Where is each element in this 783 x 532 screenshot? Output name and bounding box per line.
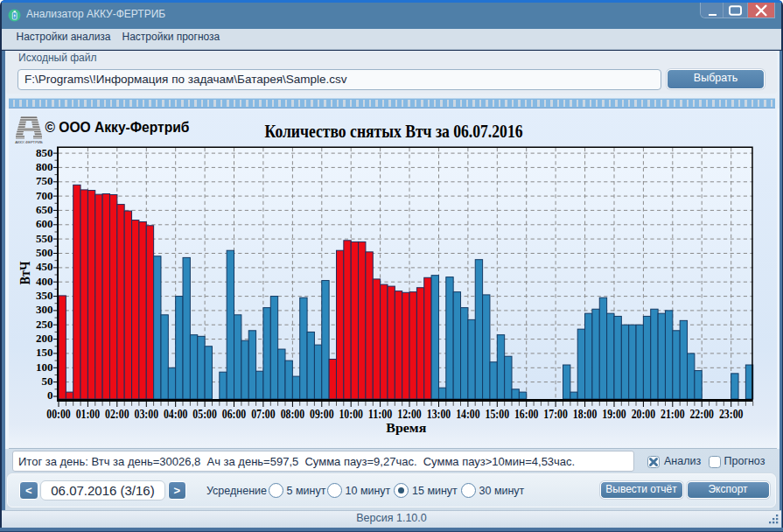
svg-text:03:00: 03:00 (135, 408, 159, 421)
svg-text:450: 450 (36, 260, 53, 273)
svg-text:АККУ-ФЕРТРИБ: АККУ-ФЕРТРИБ (15, 140, 43, 144)
svg-text:12:00: 12:00 (397, 408, 422, 421)
svg-text:14:00: 14:00 (456, 408, 480, 421)
svg-text:50: 50 (42, 374, 53, 388)
svg-text:08:00: 08:00 (281, 408, 305, 421)
svg-text:19:00: 19:00 (602, 408, 626, 421)
svg-text:200: 200 (36, 332, 53, 345)
svg-text:600: 600 (36, 217, 53, 230)
svg-text:750: 750 (36, 174, 53, 187)
svg-text:700: 700 (36, 189, 53, 202)
svg-text:250: 250 (36, 318, 53, 331)
svg-text:Количество снятых Втч за 06.07: Количество снятых Втч за 06.07.2016 (265, 120, 523, 142)
svg-text:04:00: 04:00 (164, 408, 188, 421)
svg-text:850: 850 (36, 146, 53, 159)
svg-text:800: 800 (36, 160, 53, 173)
svg-text:550: 550 (36, 232, 53, 245)
svg-text:150: 150 (36, 346, 53, 359)
svg-text:10:00: 10:00 (339, 408, 363, 421)
svg-text:13:00: 13:00 (427, 408, 451, 421)
svg-text:17:00: 17:00 (543, 408, 568, 421)
svg-text:350: 350 (36, 289, 53, 302)
svg-text:11:00: 11:00 (368, 408, 393, 421)
svg-text:© ООО Акку-Фертриб: © ООО Акку-Фертриб (45, 119, 190, 136)
svg-text:16:00: 16:00 (514, 408, 539, 421)
svg-text:18:00: 18:00 (573, 408, 598, 421)
svg-text:00:00: 00:00 (46, 408, 71, 421)
svg-text:05:00: 05:00 (192, 408, 217, 421)
svg-text:02:00: 02:00 (105, 408, 129, 421)
svg-text:09:00: 09:00 (310, 408, 334, 421)
svg-text:22:00: 22:00 (689, 408, 714, 421)
svg-text:500: 500 (36, 246, 53, 259)
svg-text:07:00: 07:00 (251, 408, 276, 421)
svg-text:21:00: 21:00 (661, 408, 685, 421)
svg-text:100: 100 (36, 360, 53, 374)
svg-text:Время: Время (386, 422, 426, 435)
svg-text:400: 400 (36, 275, 53, 288)
svg-text:23:00: 23:00 (719, 408, 744, 421)
svg-text:06:00: 06:00 (222, 408, 247, 421)
svg-text:ВтЧ: ВтЧ (17, 261, 33, 284)
svg-text:0: 0 (47, 388, 53, 402)
svg-text:15:00: 15:00 (486, 408, 510, 421)
svg-text:650: 650 (36, 203, 53, 216)
svg-text:01:00: 01:00 (76, 408, 101, 421)
svg-text:20:00: 20:00 (632, 408, 656, 421)
svg-text:300: 300 (36, 303, 53, 316)
